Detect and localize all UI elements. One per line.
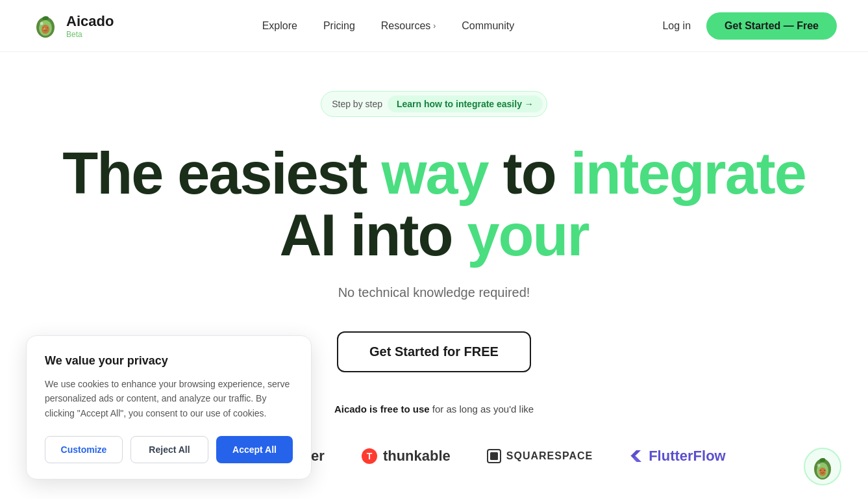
squarespace-icon: [487, 449, 501, 463]
svg-point-16: [817, 464, 821, 467]
headline-part3: AI into: [280, 203, 467, 268]
cookie-banner: We value your privacy We use cookies to …: [26, 335, 312, 480]
cookie-accept-button[interactable]: Accept All: [216, 436, 293, 463]
resources-chevron-icon: ›: [433, 21, 436, 31]
headline-part2-integrate: integrate: [571, 141, 806, 206]
cookie-customize-button[interactable]: Customize: [45, 436, 123, 463]
svg-point-2: [42, 25, 49, 34]
svg-rect-11: [490, 452, 498, 460]
cookie-buttons: Customize Reject All Accept All: [45, 436, 293, 463]
logo-title: Aicado: [66, 13, 114, 30]
headline-part2-way: way: [382, 141, 488, 206]
logo-link[interactable]: Aicado Beta: [31, 12, 114, 40]
cookie-reject-button[interactable]: Reject All: [130, 436, 208, 463]
hero-subtext: No technical knowledge required!: [338, 285, 530, 300]
svg-point-20: [818, 472, 821, 473]
logo-thunkable: T thunkable: [361, 448, 451, 465]
nav-right: Log in Get Started — Free: [662, 12, 837, 40]
hero-cta-button[interactable]: Get Started for FREE: [337, 331, 531, 372]
svg-point-3: [40, 21, 43, 25]
nav-links: Explore Pricing Resources › Community: [262, 20, 515, 32]
headline-part2-to: to: [503, 141, 571, 206]
thunkable-icon: T: [361, 448, 378, 465]
svg-point-6: [43, 27, 44, 29]
nav-resources[interactable]: Resources ›: [381, 20, 436, 32]
svg-point-19: [824, 470, 825, 471]
hero-badge: Step by step Learn how to integrate easi…: [321, 91, 547, 117]
cookie-title: We value your privacy: [45, 354, 293, 368]
svg-point-18: [820, 470, 821, 471]
free-text-rest: for as long as you'd like: [430, 403, 534, 415]
nav-cta-button[interactable]: Get Started — Free: [706, 12, 837, 40]
svg-text:T: T: [367, 451, 373, 461]
headline-part1: The easiest: [62, 141, 366, 206]
headline-part4: your: [467, 203, 588, 268]
badge-step-label: Step by step: [332, 99, 382, 109]
cookie-text: We use cookies to enhance your browsing …: [45, 377, 293, 420]
navbar: Aicado Beta Explore Pricing Resources › …: [0, 0, 868, 52]
login-link[interactable]: Log in: [662, 20, 691, 32]
hero-headline: The easiest way to integrate AI into you…: [62, 143, 805, 266]
nav-explore[interactable]: Explore: [262, 20, 297, 31]
free-text-bold: Aicado is free to use: [334, 403, 430, 415]
badge-link[interactable]: Learn how to integrate easily →: [388, 96, 543, 112]
nav-community[interactable]: Community: [462, 20, 514, 31]
flutterflow-icon: [629, 448, 643, 465]
hero-free-text: Aicado is free to use for as long as you…: [334, 403, 534, 415]
avocado-logo-icon: [31, 12, 60, 40]
logo-squarespace: SQUARESPACE: [487, 449, 593, 463]
logo-beta: Beta: [66, 30, 114, 39]
floating-avocado: [803, 447, 842, 486]
svg-point-7: [47, 27, 48, 29]
logo-flutterflow: FlutterFlow: [629, 448, 726, 465]
nav-pricing[interactable]: Pricing: [323, 20, 355, 31]
svg-point-21: [825, 472, 827, 473]
